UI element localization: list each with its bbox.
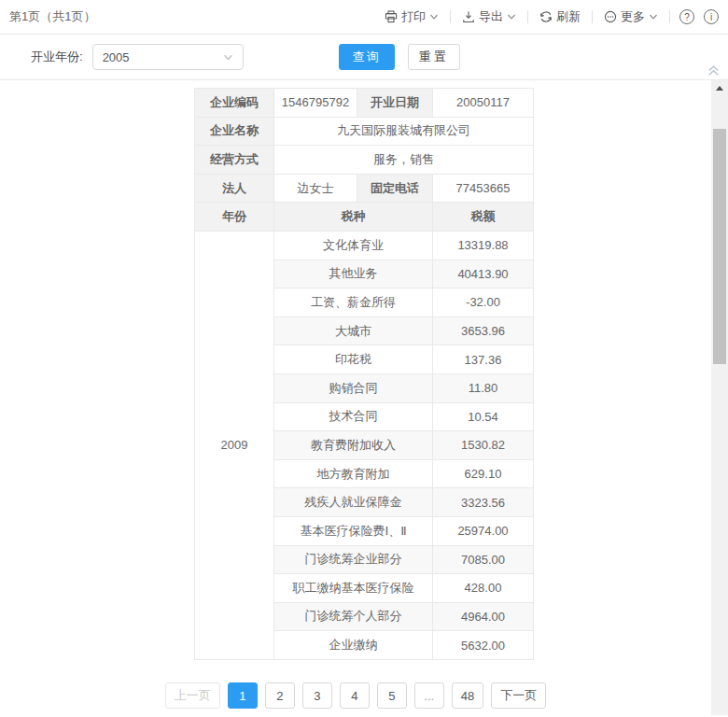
prev-page-button[interactable]: 上一页 [165,682,220,709]
refresh-button[interactable]: 刷新 [538,8,582,25]
chevron-down-icon [223,52,233,63]
tax-amount: 3653.96 [433,316,534,345]
page-button-1[interactable]: 1 [228,682,258,709]
tax-amount: 137.36 [433,345,534,374]
tax-amount: 629.10 [433,459,534,488]
opening-year-label: 开业年份: [31,49,83,65]
chevron-down-icon [649,12,658,21]
toolbar-divider [527,10,528,23]
tax-type: 门诊统筹企业部分 [274,545,433,574]
field-label: 企业编码 [195,89,274,118]
print-button[interactable]: 打印 [383,8,441,25]
field-value: 九天国际服装城有限公司 [274,117,534,146]
scrollbar-up-button[interactable] [711,80,728,96]
table-row: 法人 边女士 固定电话 77453665 [195,174,534,203]
toolbar: 打印 导出 刷新 [383,8,719,25]
tax-type: 技术合同 [274,402,433,431]
chevron-down-icon [507,12,516,21]
field-label: 固定电话 [357,174,433,203]
tax-type: 企业缴纳 [274,631,433,660]
field-value: 服务，销售 [274,146,534,175]
year-cell: 2009 [195,231,274,659]
tax-amount: 40413.90 [433,260,534,288]
field-value: 20050117 [433,89,534,118]
export-button[interactable]: 导出 [460,8,518,25]
tax-type: 其他业务 [274,260,433,288]
next-page-button[interactable]: 下一页 [491,682,546,709]
table-row: 经营方式 服务，销售 [195,146,534,175]
page-button-5[interactable]: 5 [377,682,407,709]
scroll-up-arrow-icon [716,86,723,91]
chevron-down-icon [429,12,439,21]
scrollbar-thumb[interactable] [713,129,726,364]
refresh-icon [539,10,553,23]
tax-amount: 7085.00 [433,545,534,574]
table-row: 2009 文化体育业 13319.88 [195,231,534,260]
tax-amount: 25974.00 [433,516,534,545]
field-value: 1546795792 [274,89,357,118]
collapse-panel-toggle[interactable] [707,63,721,77]
page-button-2[interactable]: 2 [265,682,295,709]
tax-rows: 2009 文化体育业 13319.88 其他业务 40413.90 工资、薪金所… [195,231,534,659]
pagination: 上一页 1 2 3 4 5 ... 48 下一页 [0,682,711,709]
printer-icon [385,10,398,23]
tax-amount: 13319.88 [433,231,534,260]
tax-type: 地方教育附加 [274,459,433,488]
field-value: 边女士 [274,174,357,203]
opening-year-value: 2005 [103,50,130,64]
double-chevron-up-icon [707,63,721,77]
toolbar-divider [669,10,670,23]
company-tax-table: 企业编码 1546795792 开业日期 20050117 企业名称 九天国际服… [194,88,534,660]
info-icon[interactable]: i [704,9,719,24]
tax-type: 门诊统筹个人部分 [274,602,433,631]
tax-amount: 10.54 [433,402,534,431]
tax-type: 工资、薪金所得 [274,288,433,317]
column-header-tax-type: 税种 [274,203,433,232]
tax-amount: 3323.56 [433,488,534,517]
column-header-year: 年份 [195,203,274,232]
page-button-4[interactable]: 4 [340,682,370,709]
tax-amount: 428.00 [433,574,534,603]
toolbar-divider [450,10,451,23]
field-label: 开业日期 [357,89,433,118]
page-button-3[interactable]: 3 [302,682,332,709]
page-button-48[interactable]: 48 [452,682,483,709]
tax-type: 教育费附加收入 [274,431,433,460]
tax-header-row: 年份 税种 税额 [195,203,534,232]
reset-button[interactable]: 重置 [408,44,460,70]
tax-amount: 1530.82 [433,431,534,460]
vertical-scrollbar [711,80,728,715]
more-button[interactable]: 更多 [602,8,660,25]
download-icon [462,10,475,23]
tax-type: 大城市 [274,316,433,345]
table-row: 企业编码 1546795792 开业日期 20050117 [195,89,534,118]
tax-type: 职工缴纳基本医疗保险 [274,574,433,603]
tax-type: 购销合同 [274,373,433,402]
tax-type: 文化体育业 [274,231,433,260]
opening-year-select[interactable]: 2005 [92,44,244,70]
query-bar: 开业年份: 2005 查询 重置 [0,35,728,80]
search-button[interactable]: 查询 [339,44,395,70]
table-row: 企业名称 九天国际服装城有限公司 [195,117,534,146]
tax-amount: 5632.00 [433,631,534,660]
top-bar: 第1页（共1页） 打印 导出 [0,0,728,35]
ellipsis-circle-icon [604,10,617,23]
field-label: 经营方式 [195,146,274,175]
field-value: 77453665 [433,174,534,203]
column-header-tax-amount: 税额 [433,203,534,232]
tax-amount: -32.00 [433,288,534,317]
page-ellipsis-button[interactable]: ... [414,682,444,709]
tax-type: 印花税 [274,345,433,374]
help-icon[interactable]: ? [679,9,694,24]
company-info-rows: 企业编码 1546795792 开业日期 20050117 企业名称 九天国际服… [195,89,534,232]
tax-type: 残疾人就业保障金 [274,488,433,517]
tax-amount: 11.80 [433,373,534,402]
tax-type: 基本医疗保险费Ⅰ、Ⅱ [274,516,433,545]
content-area: 企业编码 1546795792 开业日期 20050117 企业名称 九天国际服… [0,80,728,715]
field-label: 企业名称 [195,117,274,146]
toolbar-divider [592,10,593,23]
page-info: 第1页（共1页） [9,8,95,25]
tax-amount: 4964.00 [433,602,534,631]
field-label: 法人 [195,174,274,203]
